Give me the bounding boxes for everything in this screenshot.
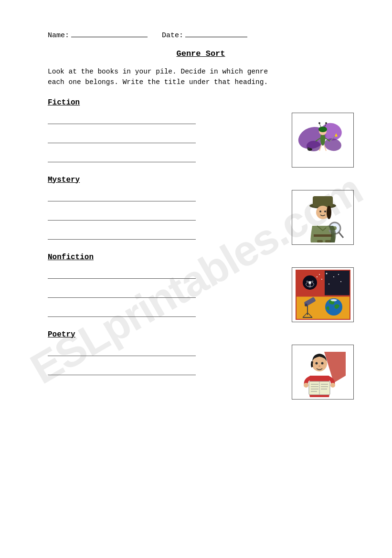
svg-point-39 bbox=[326, 273, 327, 274]
svg-point-42 bbox=[328, 284, 329, 284]
mystery-line-2[interactable] bbox=[48, 212, 196, 221]
svg-point-16 bbox=[325, 122, 327, 124]
nonfiction-line-3[interactable] bbox=[48, 308, 196, 317]
svg-point-57 bbox=[318, 365, 320, 367]
name-date-row: Name: Date: bbox=[48, 29, 354, 40]
name-field: Name: bbox=[48, 29, 148, 40]
nonfiction-section: Nonfiction bbox=[48, 253, 354, 326]
nonfiction-lines bbox=[48, 270, 277, 317]
fiction-svg bbox=[296, 115, 350, 165]
svg-point-37 bbox=[321, 279, 322, 280]
poetry-line-2[interactable] bbox=[48, 367, 196, 375]
svg-point-41 bbox=[340, 281, 341, 282]
poetry-left: Poetry bbox=[48, 330, 277, 384]
mystery-line-3[interactable] bbox=[48, 231, 196, 240]
svg-line-26 bbox=[339, 232, 343, 238]
fiction-heading: Fiction bbox=[48, 98, 277, 107]
svg-point-68 bbox=[330, 383, 335, 388]
svg-point-36 bbox=[319, 274, 320, 275]
fiction-section: Fiction bbox=[48, 98, 354, 171]
mystery-image bbox=[292, 190, 354, 245]
date-label: Date: bbox=[162, 32, 183, 40]
fiction-line-3[interactable] bbox=[48, 154, 196, 162]
poetry-section: Poetry bbox=[48, 330, 354, 400]
fiction-line-1[interactable] bbox=[48, 116, 196, 124]
instructions: Look at the books in your pile. Decide i… bbox=[48, 67, 286, 88]
poetry-line-1[interactable] bbox=[48, 347, 196, 356]
fiction-lines bbox=[48, 116, 277, 162]
date-field: Date: bbox=[162, 29, 247, 40]
mystery-left: Mystery bbox=[48, 176, 277, 248]
poetry-lines bbox=[48, 347, 277, 375]
nonfiction-line-1[interactable] bbox=[48, 270, 196, 279]
svg-rect-27 bbox=[314, 234, 332, 237]
svg-rect-32 bbox=[324, 270, 350, 296]
fiction-line-2[interactable] bbox=[48, 135, 196, 143]
nonfiction-heading: Nonfiction bbox=[48, 253, 277, 262]
nonfiction-image bbox=[292, 267, 354, 322]
svg-rect-29 bbox=[317, 240, 323, 242]
svg-point-22 bbox=[327, 206, 331, 219]
svg-point-24 bbox=[324, 211, 326, 212]
svg-point-6 bbox=[318, 126, 327, 132]
svg-point-55 bbox=[315, 362, 318, 364]
name-input[interactable] bbox=[71, 29, 148, 37]
svg-point-40 bbox=[333, 276, 334, 277]
svg-point-35 bbox=[308, 281, 311, 284]
svg-point-49 bbox=[305, 304, 307, 306]
nonfiction-line-2[interactable] bbox=[48, 289, 196, 298]
poetry-image bbox=[292, 345, 354, 400]
svg-point-14 bbox=[318, 122, 320, 124]
svg-rect-30 bbox=[325, 240, 331, 242]
svg-point-56 bbox=[321, 362, 323, 364]
svg-rect-20 bbox=[313, 196, 333, 207]
mystery-lines bbox=[48, 193, 277, 240]
svg-point-67 bbox=[304, 383, 308, 388]
mystery-section: Mystery bbox=[48, 176, 354, 248]
name-label: Name: bbox=[48, 32, 69, 40]
mystery-heading: Mystery bbox=[48, 176, 277, 184]
svg-point-23 bbox=[319, 211, 321, 212]
nonfiction-left: Nonfiction bbox=[48, 253, 277, 326]
fiction-left: Fiction bbox=[48, 98, 277, 171]
page-title: Genre Sort bbox=[48, 49, 354, 58]
poetry-svg bbox=[296, 347, 350, 397]
mystery-line-1[interactable] bbox=[48, 193, 196, 201]
poetry-heading: Poetry bbox=[48, 330, 277, 339]
svg-point-18 bbox=[307, 147, 309, 149]
date-input[interactable] bbox=[185, 29, 247, 37]
fiction-image bbox=[292, 113, 354, 168]
mystery-svg bbox=[296, 192, 350, 242]
svg-point-43 bbox=[338, 274, 339, 275]
nonfiction-svg bbox=[296, 270, 350, 320]
page: ESLprintables.com Name: Date: Genre Sort… bbox=[0, 0, 392, 558]
svg-point-38 bbox=[317, 276, 318, 277]
